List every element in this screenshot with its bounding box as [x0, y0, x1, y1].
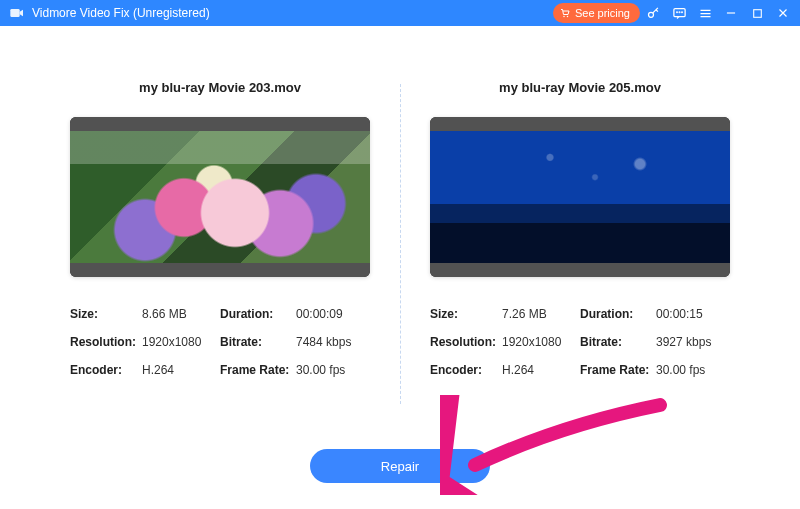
svg-point-7 — [681, 11, 682, 12]
resolution-value: 1920x1080 — [502, 335, 580, 349]
svg-point-1 — [563, 16, 565, 18]
flowers-image — [70, 131, 370, 263]
repair-button[interactable]: Repair — [310, 449, 490, 483]
framerate-value: 30.00 fps — [656, 363, 730, 377]
duration-value: 00:00:15 — [656, 307, 730, 321]
svg-point-3 — [648, 12, 653, 17]
size-value: 8.66 MB — [142, 307, 220, 321]
sample-metadata: Size: 7.26 MB Duration: 00:00:15 Resolut… — [430, 307, 730, 377]
svg-point-6 — [679, 11, 680, 12]
size-value: 7.26 MB — [502, 307, 580, 321]
framerate-label: Frame Rate: — [580, 363, 656, 377]
svg-point-2 — [567, 16, 569, 18]
sample-thumbnail[interactable] — [430, 117, 730, 277]
source-metadata: Size: 8.66 MB Duration: 00:00:09 Resolut… — [70, 307, 370, 377]
svg-rect-8 — [753, 9, 761, 17]
source-thumbnail[interactable] — [70, 117, 370, 277]
bitrate-label: Bitrate: — [580, 335, 656, 349]
key-icon[interactable] — [640, 0, 666, 26]
svg-rect-0 — [10, 9, 19, 17]
cart-icon — [559, 7, 571, 19]
resolution-label: Resolution: — [70, 335, 142, 349]
see-pricing-button[interactable]: See pricing — [553, 3, 640, 23]
app-logo-icon — [8, 4, 26, 22]
size-label: Size: — [430, 307, 502, 321]
resolution-value: 1920x1080 — [142, 335, 220, 349]
bitrate-value: 3927 kbps — [656, 335, 730, 349]
framerate-value: 30.00 fps — [296, 363, 370, 377]
bitrate-value: 7484 kbps — [296, 335, 370, 349]
main-content: my blu-ray Movie 203.mov Size: 8.66 MB D… — [0, 26, 800, 509]
minimize-button[interactable] — [718, 0, 744, 26]
see-pricing-label: See pricing — [575, 7, 630, 19]
source-video-panel: my blu-ray Movie 203.mov Size: 8.66 MB D… — [70, 80, 370, 377]
size-label: Size: — [70, 307, 142, 321]
encoder-value: H.264 — [502, 363, 580, 377]
encoder-label: Encoder: — [70, 363, 142, 377]
encoder-value: H.264 — [142, 363, 220, 377]
sample-filename: my blu-ray Movie 205.mov — [430, 80, 730, 95]
menu-icon[interactable] — [692, 0, 718, 26]
duration-label: Duration: — [220, 307, 296, 321]
panel-divider — [400, 84, 401, 404]
maximize-button[interactable] — [744, 0, 770, 26]
duration-value: 00:00:09 — [296, 307, 370, 321]
ocean-image — [430, 131, 730, 263]
feedback-icon[interactable] — [666, 0, 692, 26]
encoder-label: Encoder: — [430, 363, 502, 377]
source-filename: my blu-ray Movie 203.mov — [70, 80, 370, 95]
close-button[interactable] — [770, 0, 796, 26]
sample-video-panel: my blu-ray Movie 205.mov Size: 7.26 MB D… — [430, 80, 730, 377]
resolution-label: Resolution: — [430, 335, 502, 349]
bitrate-label: Bitrate: — [220, 335, 296, 349]
svg-point-5 — [676, 11, 677, 12]
framerate-label: Frame Rate: — [220, 363, 296, 377]
duration-label: Duration: — [580, 307, 656, 321]
titlebar: Vidmore Video Fix (Unregistered) See pri… — [0, 0, 800, 26]
app-title: Vidmore Video Fix (Unregistered) — [32, 6, 210, 20]
